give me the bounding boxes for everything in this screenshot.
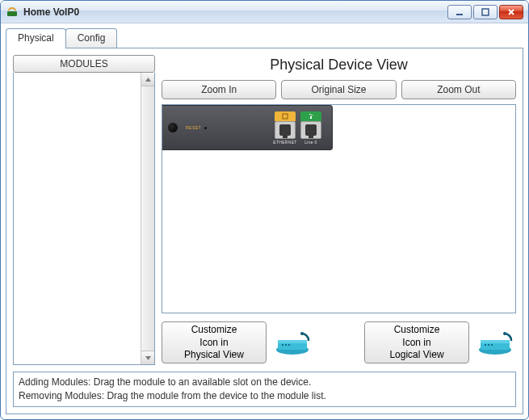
svg-point-10 <box>288 344 290 346</box>
close-button[interactable] <box>499 5 523 19</box>
power-knob-icon <box>168 123 178 132</box>
svg-rect-0 <box>7 11 17 16</box>
customize-physical-icon-button[interactable]: Customize Icon in Physical View <box>162 321 267 363</box>
scroll-track[interactable] <box>141 86 154 351</box>
modules-panel: MODULES <box>13 55 155 365</box>
reset-hole-icon <box>204 127 207 129</box>
titlebar[interactable]: Home VoIP0 <box>1 1 528 23</box>
scroll-down-button[interactable] <box>141 351 154 364</box>
modules-header-button[interactable]: MODULES <box>13 55 155 73</box>
svg-rect-4 <box>310 116 312 119</box>
zoom-controls: Zoom In Original Size Zoom Out <box>162 80 516 99</box>
button-label: Customize Icon in Physical View <box>184 324 244 362</box>
modules-list[interactable] <box>14 73 141 364</box>
window-frame: Home VoIP0 Physical Config <box>0 0 529 420</box>
help-text: Adding Modules: Drag the module to an av… <box>13 372 516 407</box>
button-label: Customize Icon in Logical View <box>389 324 443 362</box>
port-label: ETHERNET <box>273 140 296 145</box>
rj11-jack-icon <box>300 121 321 139</box>
line0-port[interactable]: Line 0 <box>300 111 322 145</box>
device-chassis[interactable]: RESET ETHERNET <box>162 105 333 150</box>
svg-point-8 <box>282 344 283 346</box>
tabs: Physical Config <box>6 28 523 48</box>
window-controls <box>447 5 523 19</box>
zoom-out-button[interactable]: Zoom Out <box>401 80 516 99</box>
svg-rect-14 <box>481 340 510 343</box>
reset-label: RESET <box>186 125 201 130</box>
scrollbar[interactable] <box>141 73 154 364</box>
svg-rect-2 <box>482 9 489 15</box>
svg-point-17 <box>491 344 493 346</box>
help-line: Adding Modules: Drag the module to an av… <box>19 376 510 389</box>
modules-list-container <box>13 73 155 365</box>
device-canvas[interactable]: RESET ETHERNET <box>162 104 516 313</box>
maximize-button[interactable] <box>473 5 498 19</box>
button-label: Original Size <box>311 84 366 95</box>
tab-label: Config <box>78 32 106 44</box>
app-icon <box>6 6 19 19</box>
svg-point-15 <box>485 344 486 346</box>
rj45-jack-icon <box>275 121 296 139</box>
window-title: Home VoIP0 <box>23 6 447 18</box>
customize-logical-icon-button[interactable]: Customize Icon in Logical View <box>364 321 469 363</box>
device-view-panel: Physical Device View Zoom In Original Si… <box>162 55 516 365</box>
tab-config[interactable]: Config <box>65 28 118 48</box>
svg-rect-1 <box>456 14 463 15</box>
upper-area: MODULES <box>13 55 516 365</box>
customize-row: Customize Icon in Physical View <box>162 320 516 365</box>
tab-label: Physical <box>18 32 54 44</box>
window-body: Physical Config MODULES <box>1 23 528 419</box>
port-group: ETHERNET Line 0 <box>274 111 322 145</box>
minimize-button[interactable] <box>447 5 472 19</box>
svg-point-18 <box>503 332 506 335</box>
svg-rect-3 <box>283 114 288 119</box>
button-label: Zoom In <box>201 84 237 95</box>
svg-point-9 <box>285 344 287 346</box>
svg-point-16 <box>488 344 489 346</box>
button-label: Zoom Out <box>437 84 480 95</box>
modules-header-label: MODULES <box>60 58 107 69</box>
port-indicator-icon <box>275 111 296 121</box>
tab-content: MODULES <box>6 48 523 414</box>
page-title: Physical Device View <box>162 57 516 74</box>
original-size-button[interactable]: Original Size <box>281 80 396 99</box>
zoom-in-button[interactable]: Zoom In <box>162 80 276 99</box>
help-line: Removing Modules: Drag the module from t… <box>19 389 510 403</box>
port-indicator-icon <box>300 111 321 121</box>
scroll-up-button[interactable] <box>141 73 154 86</box>
ethernet-port[interactable]: ETHERNET <box>274 111 296 145</box>
svg-point-11 <box>300 332 304 335</box>
tab-physical[interactable]: Physical <box>6 28 66 48</box>
svg-rect-7 <box>278 340 307 343</box>
port-label: Line 0 <box>304 140 317 145</box>
logical-device-thumbnail-icon <box>477 329 516 356</box>
physical-device-thumbnail-icon <box>275 329 313 356</box>
